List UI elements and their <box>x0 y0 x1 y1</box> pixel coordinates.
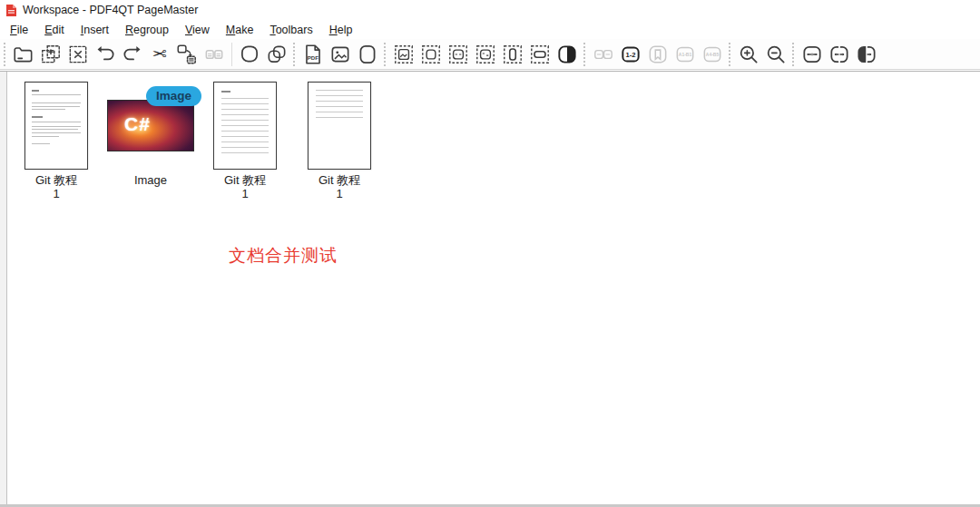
thumbnail-page-number: 1 <box>35 187 77 200</box>
thumbnail-caption: Image <box>134 173 167 187</box>
toolbar-separator <box>231 43 232 66</box>
select-pages-icon <box>419 43 443 66</box>
svg-text:1-2: 1-2 <box>626 50 636 58</box>
regroup-reverse-button[interactable]: A4-B5 <box>700 42 725 67</box>
menu-bar: File Edit Insert Regroup View Make Toolb… <box>0 20 980 39</box>
menu-regroup[interactable]: Regroup <box>117 22 177 38</box>
thumbnail-page-number: 1 <box>224 187 266 200</box>
redo-button[interactable] <box>120 42 145 67</box>
select-landscape-icon <box>528 43 552 66</box>
cut-icon: ✂ <box>152 45 167 63</box>
toolbar-drag-handle[interactable] <box>792 43 796 66</box>
unite-documents-icon <box>800 43 824 66</box>
thumbnail-caption: Git 教程 1 <box>224 173 266 201</box>
group-icon <box>238 43 261 66</box>
toolbar-drag-handle[interactable] <box>384 43 387 66</box>
insert-blank-page-button[interactable] <box>355 42 380 67</box>
thumb-area <box>198 81 292 170</box>
svg-text:A4-B5: A4-B5 <box>706 51 720 56</box>
thumb-area <box>9 81 103 170</box>
select-images-button[interactable] <box>391 42 416 67</box>
thumbnail-title: Image <box>134 173 167 187</box>
page-thumbnail[interactable]: Git 教程 1 <box>292 81 387 201</box>
separate-documents-button[interactable] <box>827 42 852 67</box>
select-pages-button[interactable] <box>418 42 444 67</box>
thumb-area: C# Image <box>103 81 198 170</box>
thumbnail-caption: Git 教程 1 <box>35 173 77 201</box>
menu-make[interactable]: Make <box>218 22 262 38</box>
thumbnail-page-number: 1 <box>318 187 360 200</box>
select-even-button[interactable] <box>473 42 498 67</box>
thumbnail-title: Git 教程 <box>224 173 266 187</box>
insert-image-icon <box>328 43 352 66</box>
menu-insert[interactable]: Insert <box>73 22 117 38</box>
regroup-outline-button[interactable] <box>645 42 671 67</box>
regroup-alternating-button[interactable]: A1-B1 <box>672 42 698 67</box>
select-all-icon <box>39 43 63 66</box>
undo-button[interactable] <box>93 42 118 67</box>
toolbar-drag-handle[interactable] <box>4 43 7 66</box>
insert-pdf-button[interactable]: PDF <box>300 42 326 67</box>
regroup-pairs-icon <box>592 43 615 66</box>
image-preview[interactable]: C# Image <box>107 100 194 151</box>
merge-test-annotation: 文档合并测试 <box>229 244 338 268</box>
select-landscape-button[interactable] <box>527 42 553 67</box>
menu-help[interactable]: Help <box>321 22 361 38</box>
thumb-area <box>292 81 387 170</box>
invert-selection-button[interactable] <box>554 42 580 67</box>
thumbnail-caption: Git 教程 1 <box>318 173 360 201</box>
separate-odd-even-icon <box>855 43 878 66</box>
menu-file[interactable]: File <box>2 22 36 38</box>
group-button[interactable] <box>237 42 262 67</box>
page-thumbnail[interactable]: Git 教程 1 <box>9 81 103 201</box>
select-even-icon <box>474 43 497 66</box>
menu-toolbars[interactable]: Toolbars <box>261 22 320 38</box>
svg-text:A1-B1: A1-B1 <box>679 51 692 56</box>
workspace[interactable]: Git 教程 1 C# Image Image <box>0 71 980 507</box>
toolbar: ✂ PDF 1-2 A1-B1 A4-B5 <box>0 39 980 70</box>
select-images-icon <box>392 43 416 66</box>
deselect-button[interactable] <box>65 42 91 67</box>
app-logo-icon <box>5 4 17 17</box>
separate-documents-icon <box>828 43 851 66</box>
redo-icon <box>121 43 144 66</box>
separate-odd-even-button[interactable] <box>854 42 879 67</box>
zoom-out-button[interactable] <box>763 42 789 67</box>
replace-icon <box>202 43 226 66</box>
select-odd-icon <box>446 43 470 66</box>
zoom-out-icon <box>764 43 788 66</box>
replace-button[interactable] <box>201 42 227 67</box>
regroup-page-pairs-button[interactable]: 1-2 <box>618 42 643 67</box>
zoom-in-button[interactable] <box>736 42 761 67</box>
select-portrait-button[interactable] <box>500 42 525 67</box>
thumbnail-title: Git 教程 <box>35 173 77 187</box>
regroup-page-pairs-icon: 1-2 <box>619 43 642 66</box>
image-thumbnail[interactable]: C# Image Image <box>103 81 198 201</box>
image-content-text: C# <box>124 113 151 135</box>
page-preview[interactable] <box>24 82 88 170</box>
cut-button[interactable]: ✂ <box>147 42 172 67</box>
select-portrait-icon <box>501 43 524 66</box>
select-all-button[interactable] <box>38 42 64 67</box>
page-thumbnail[interactable]: Git 教程 1 <box>198 81 292 201</box>
toolbar-drag-handle[interactable] <box>293 43 297 66</box>
paste-button[interactable] <box>174 42 200 67</box>
page-preview[interactable] <box>213 82 277 170</box>
insert-image-button[interactable] <box>328 42 353 67</box>
folder-icon <box>12 43 35 66</box>
menu-view[interactable]: View <box>177 22 218 38</box>
toolbar-drag-handle[interactable] <box>729 43 732 66</box>
zoom-in-icon <box>737 43 760 66</box>
regroup-alternating-icon: A1-B1 <box>673 43 697 66</box>
unite-documents-button[interactable] <box>799 42 825 67</box>
page-thumbnail-row: Git 教程 1 C# Image Image <box>9 81 387 201</box>
insert-blank-page-icon <box>356 43 379 66</box>
toolbar-drag-handle[interactable] <box>583 43 587 66</box>
select-odd-button[interactable] <box>446 42 471 67</box>
page-preview[interactable] <box>308 82 371 170</box>
open-folder-button[interactable] <box>11 42 36 67</box>
invert-selection-icon <box>555 43 579 66</box>
menu-edit[interactable]: Edit <box>36 22 73 38</box>
ungroup-button[interactable] <box>264 42 289 67</box>
regroup-pairs-button[interactable] <box>591 42 616 67</box>
